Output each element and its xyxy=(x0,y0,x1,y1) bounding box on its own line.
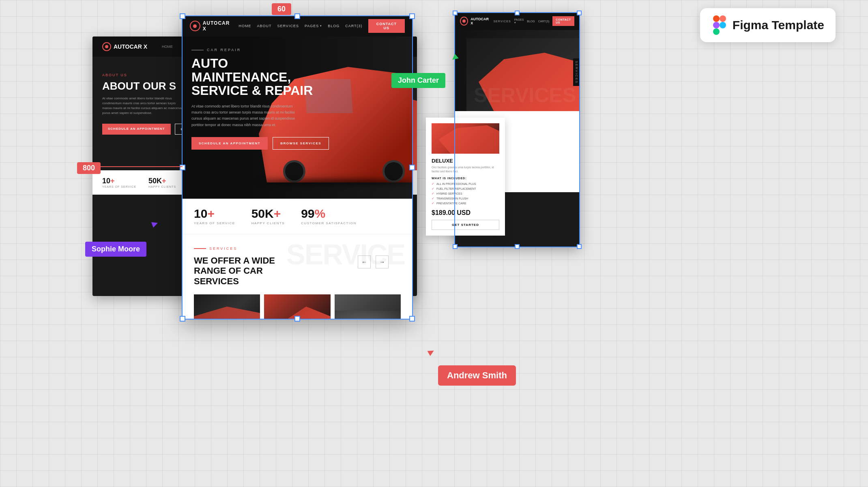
right-contact-btn[interactable]: CONTACT US xyxy=(552,16,574,26)
right-logo-text: AUTOCAR X xyxy=(471,17,490,25)
services-next-btn[interactable]: → xyxy=(376,255,389,268)
right-nav: AUTOCAR X SERVICES PAGES ▾ BLOG CART(3) … xyxy=(454,12,580,30)
bg-schedule-btn[interactable]: SCHEDULE AN APPOINTMENT xyxy=(102,124,171,135)
ruler-top-label: 60 xyxy=(272,3,291,15)
right-services-bg-text: SERVICES xyxy=(474,84,576,107)
nav-blog[interactable]: BLOG xyxy=(328,24,339,28)
bg-stat-label-2: HAPPY CLIENTS xyxy=(148,185,176,188)
services-label: SERVICES xyxy=(194,247,401,251)
service-img-2 xyxy=(264,294,330,320)
services-nav: ← → xyxy=(358,255,389,268)
svg-rect-1 xyxy=(720,15,726,22)
main-hero: CAR REPAIR AUTO MAINTENANCE, SERVICE & R… xyxy=(182,36,413,199)
figma-badge-text: Figma Template xyxy=(733,18,824,32)
bg-logo-text: AUTOCAR X xyxy=(114,43,147,50)
main-hero-label: CAR REPAIR xyxy=(191,48,329,52)
deluxe-title: DELUXE xyxy=(432,158,499,164)
service-img-3 xyxy=(335,294,401,320)
bg-hero-desc: At vitae commodo amet libero tortor blan… xyxy=(102,96,183,116)
sophie-moore-label: Sophie Moore xyxy=(85,242,146,257)
svg-rect-0 xyxy=(713,15,720,22)
deluxe-card: DELUXE Orci facilisis gravida urna turpi… xyxy=(426,118,505,236)
main-logo: AUTOCAR X xyxy=(190,20,235,32)
main-services-section: SERVICES WE OFFER A WIDE RANGE OF CAR SE… xyxy=(182,234,413,320)
stat-satisfaction-num: 99% xyxy=(301,208,357,220)
right-logo: AUTOCAR X xyxy=(460,17,490,26)
main-nav-links: HOME ABOUT SERVICES PAGES ▾ BLOG CART(3)… xyxy=(239,19,405,33)
bg-logo-icon xyxy=(102,42,111,51)
main-contact-btn[interactable]: CONTACT US xyxy=(368,19,405,33)
service-card-1 xyxy=(194,294,260,320)
feature-1: ALL IN PROFESSIONAL PLUS xyxy=(432,182,499,186)
main-nav: AUTOCAR X HOME ABOUT SERVICES PAGES ▾ BL… xyxy=(182,15,413,36)
features-list: ALL IN PROFESSIONAL PLUS FUEL FILTER REP… xyxy=(432,182,499,205)
get-started-btn[interactable]: GET STARTED xyxy=(432,220,499,230)
bg-logo: AUTOCAR X xyxy=(102,42,147,51)
service-card-3 xyxy=(335,294,401,320)
stat-satisfaction-label: CUSTOMER SATISFACTION xyxy=(301,221,357,225)
right-services-vertical: services xyxy=(573,58,580,86)
feature-5: PREVENTATIVE CARE xyxy=(432,202,499,205)
main-hero-title: AUTO MAINTENANCE, SERVICE & REPAIR xyxy=(191,57,329,98)
main-logo-text: AUTOCAR X xyxy=(203,20,235,32)
feature-3: HYBRID SERVICES xyxy=(432,192,499,195)
john-carter-label: John Carter xyxy=(391,73,445,88)
deluxe-desc: Orci facilisis gravida urna turpis lacin… xyxy=(432,165,499,174)
what-included-label: WHAT IS INCLUDED: xyxy=(432,177,499,180)
figma-badge: Figma Template xyxy=(700,8,836,42)
main-website: AUTOCAR X HOME ABOUT SERVICES PAGES ▾ BL… xyxy=(182,15,413,320)
stat-satisfaction: 99% CUSTOMER SATISFACTION xyxy=(301,208,357,225)
bg-nav-home: HOME xyxy=(162,45,173,49)
service-img-1 xyxy=(194,294,260,320)
bg-stat-label-1: YEARS OF SERVICE xyxy=(102,185,136,188)
feature-4: TRANSMISSION FLUSH xyxy=(432,197,499,200)
right-nav-links: SERVICES PAGES ▾ BLOG CART(3) CONTACT US xyxy=(493,16,574,26)
ruler-horizontal-line xyxy=(89,166,183,167)
main-logo-icon xyxy=(190,21,200,31)
nav-cart[interactable]: CART(3) xyxy=(345,24,362,28)
stat-years: 10+ YEARS OF SERVICE xyxy=(194,208,235,225)
main-stats: 10+ YEARS OF SERVICE 50K+ HAPPY CLIENTS … xyxy=(182,199,413,234)
services-cards xyxy=(194,294,401,320)
stat-clients-label: HAPPY CLIENTS xyxy=(251,221,285,225)
main-logo-dot xyxy=(193,24,197,28)
stat-years-label: YEARS OF SERVICE xyxy=(194,221,235,225)
bg-stat-2: 50K+ HAPPY CLIENTS xyxy=(148,177,176,188)
main-hero-buttons: SCHEDULE AN APPOINTMENT BROWSE SERVICES xyxy=(191,137,329,150)
right-logo-icon xyxy=(460,17,468,26)
deluxe-price: $189.00 USD xyxy=(432,209,499,217)
svg-rect-2 xyxy=(713,22,720,28)
main-hero-text: At vitae commodo amet libero tortor blan… xyxy=(191,103,301,128)
svg-point-4 xyxy=(720,22,726,28)
right-nav-services: SERVICES xyxy=(493,20,511,23)
services-prev-btn[interactable]: ← xyxy=(358,255,371,268)
svg-rect-3 xyxy=(713,28,720,35)
andrew-smith-label: Andrew Smith xyxy=(438,365,516,386)
nav-services[interactable]: SERVICES xyxy=(277,24,299,28)
service-card-2 xyxy=(264,294,330,320)
bg-stat-num-2: 50K+ xyxy=(148,177,176,185)
services-title: WE OFFER A WIDE RANGE OF CAR SERVICES xyxy=(194,255,307,286)
deluxe-car-image xyxy=(432,123,499,154)
ruler-left-label: 800 xyxy=(77,162,101,174)
andrew-cursor-arrow: ◄ xyxy=(425,345,439,360)
feature-2: FUEL FILTER REPLACEMENT xyxy=(432,187,499,191)
stat-years-num: 10+ xyxy=(194,208,235,220)
right-hero-section: SERVICES services xyxy=(454,30,580,111)
bg-stat-1: 10+ YEARS OF SERVICE xyxy=(102,177,136,188)
figma-logo-icon xyxy=(711,15,728,35)
schedule-btn[interactable]: SCHEDULE AN APPOINTMENT xyxy=(191,137,268,150)
browse-services-btn[interactable]: BROWSE SERVICES xyxy=(273,137,329,150)
stat-clients-num: 50K+ xyxy=(251,208,285,220)
nav-about[interactable]: ABOUT xyxy=(257,24,272,28)
stat-clients: 50K+ HAPPY CLIENTS xyxy=(251,208,285,225)
bg-stat-num-1: 10+ xyxy=(102,177,136,185)
services-header: WE OFFER A WIDE RANGE OF CAR SERVICES ← … xyxy=(194,255,401,286)
main-hero-content: CAR REPAIR AUTO MAINTENANCE, SERVICE & R… xyxy=(191,48,329,150)
nav-pages[interactable]: PAGES ▾ xyxy=(305,24,322,28)
nav-home[interactable]: HOME xyxy=(239,24,251,28)
